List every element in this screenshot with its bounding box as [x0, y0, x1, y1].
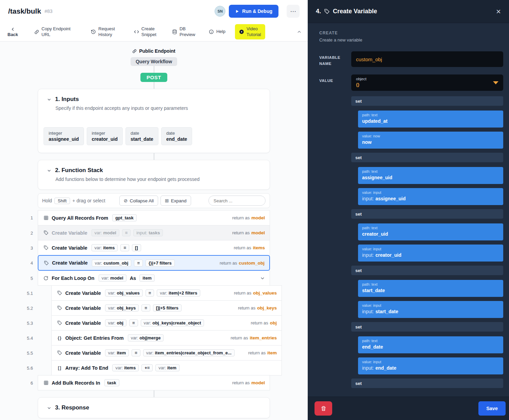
- function-row[interactable]: 5.4 { } Object: Get Entries From var:obj…: [23, 331, 270, 346]
- query-workflow-pill[interactable]: Query Workflow: [131, 57, 177, 66]
- code-snippet-icon: [134, 29, 139, 34]
- chip[interactable]: []|+5 filters: [153, 304, 182, 312]
- chip[interactable]: =: [146, 289, 154, 297]
- create-snippet-button[interactable]: CreateSnippet: [134, 26, 156, 37]
- chip[interactable]: gpt_task: [112, 214, 136, 221]
- chip[interactable]: var:custom_obj: [92, 259, 132, 267]
- chip[interactable]: var:obj_keys|create_object: [141, 319, 204, 326]
- function-row[interactable]: 3 Create Variable var:items = [] return …: [23, 240, 270, 255]
- path-block[interactable]: path: text assignee_uid: [358, 167, 503, 184]
- chip[interactable]: var:obj|merge: [128, 334, 164, 341]
- function-row[interactable]: 5.6 [ ] Array: Add To End var:items += v…: [23, 360, 270, 375]
- close-icon[interactable]: ×: [496, 7, 501, 16]
- db-preview-button[interactable]: DBPreview: [172, 26, 195, 37]
- collapse-inputs-button[interactable]: [47, 97, 51, 102]
- value-type-dropdown[interactable]: object {}: [351, 74, 503, 91]
- function-row[interactable]: 1 Query All Records From gpt_task return…: [23, 210, 270, 225]
- set-step-bar[interactable]: set: [351, 209, 503, 219]
- value-block[interactable]: value: now now: [358, 132, 503, 149]
- chip[interactable]: var:item_entries|create_object_from_e...: [143, 349, 235, 356]
- set-step-bar[interactable]: set: [351, 379, 503, 388]
- chip[interactable]: var:item|+2 filters: [157, 289, 200, 297]
- chip[interactable]: =: [129, 319, 138, 326]
- back-button[interactable]: Back: [7, 27, 18, 37]
- return-as: return asmodel: [230, 215, 265, 220]
- function-row[interactable]: 5.3 Create Variable var:obj = var:obj_ke…: [23, 316, 270, 331]
- collapse-toolbar-button[interactable]: [297, 30, 302, 34]
- chip[interactable]: =: [134, 259, 143, 267]
- row-number: 3: [23, 240, 38, 255]
- chip[interactable]: var:obj_keys: [105, 304, 139, 312]
- function-row[interactable]: 6 Add Bulk Records In task return asmode…: [23, 375, 270, 390]
- set-step-bar[interactable]: set: [351, 322, 503, 332]
- chip[interactable]: =: [122, 229, 131, 236]
- more-options-button[interactable]: ⋯: [287, 5, 300, 18]
- path-block[interactable]: path: text end_date: [358, 336, 503, 353]
- chip[interactable]: var:item: [155, 364, 179, 371]
- chip[interactable]: =: [132, 349, 140, 356]
- chip[interactable]: []: [132, 244, 141, 251]
- input-field-chip[interactable]: integer assignee_uid: [44, 127, 84, 145]
- value-block[interactable]: value: input input:assignee_uid: [358, 188, 503, 205]
- help-button[interactable]: Help: [209, 29, 225, 34]
- chip[interactable]: +=: [141, 364, 153, 371]
- input-field-chip[interactable]: integer creator_uid: [87, 127, 123, 145]
- function-stack-card: 2. Function Stack Add functions below to…: [38, 160, 270, 190]
- collapse-response-button[interactable]: [47, 406, 51, 410]
- row-number: 5.6: [23, 360, 38, 375]
- chip[interactable]: input:tasks: [133, 229, 163, 236]
- copy-endpoint-url-button[interactable]: Copy EndpointURL: [34, 26, 70, 37]
- chip[interactable]: {}|+7 filters: [146, 259, 175, 267]
- delete-button[interactable]: [315, 401, 332, 416]
- value-block[interactable]: value: input input:creator_uid: [358, 245, 503, 262]
- search-input[interactable]: [208, 196, 266, 206]
- chevron-up-icon: [297, 30, 302, 34]
- function-row[interactable]: 5 For Each Loop On var:model As item: [23, 271, 270, 286]
- collapse-all-button[interactable]: ⊘ Collapse All: [119, 196, 158, 206]
- chip[interactable]: var:items: [91, 244, 118, 251]
- row-title: Create Variable: [65, 320, 101, 326]
- avatar[interactable]: SN: [215, 6, 225, 17]
- function-row[interactable]: 5.1 Create Variable var:obj_values = var…: [23, 286, 270, 301]
- function-row-selected[interactable]: 4 Create Variable var:custom_obj = {}|+7…: [23, 255, 270, 271]
- set-step-bar[interactable]: set: [351, 153, 503, 162]
- chip[interactable]: task: [104, 379, 119, 386]
- path-block[interactable]: path: text updated_at: [358, 111, 503, 128]
- request-history-button[interactable]: RequestHistory: [91, 26, 115, 37]
- chevron-down-icon: [260, 276, 265, 281]
- function-row[interactable]: 5.2 Create Variable var:obj_keys = []|+5…: [23, 301, 270, 316]
- chip[interactable]: var:obj: [105, 319, 126, 326]
- value-block[interactable]: value: input input:start_date: [358, 301, 503, 318]
- chip[interactable]: var:item: [105, 349, 129, 356]
- chip[interactable]: var:obj_values: [105, 289, 143, 297]
- save-button[interactable]: Save: [478, 401, 506, 416]
- chip[interactable]: var:model: [99, 274, 126, 282]
- path-block[interactable]: path: text start_date: [358, 280, 503, 297]
- chip[interactable]: item: [139, 274, 155, 282]
- function-row[interactable]: 5.5 Create Variable var:item = var:item_…: [23, 346, 270, 360]
- value-block[interactable]: value: input input:end_date: [358, 357, 503, 374]
- row-title: Query All Records From: [52, 215, 108, 221]
- chip[interactable]: =: [141, 304, 150, 312]
- set-step-bar[interactable]: set: [351, 266, 503, 275]
- set-group: set path: text end_date value: input inp…: [351, 322, 503, 374]
- input-field-chip[interactable]: date start_date: [125, 127, 158, 145]
- input-field-chip[interactable]: date end_date: [161, 127, 192, 145]
- chip[interactable]: =: [120, 244, 129, 251]
- expand-button[interactable]: ⊞ Expand: [160, 196, 191, 206]
- connector-line: [154, 82, 154, 89]
- function-row[interactable]: 2 Create Variable var:model = input:task…: [23, 225, 270, 240]
- run-debug-button[interactable]: Run & Debug: [229, 5, 278, 18]
- video-tutorial-button[interactable]: VideoTutorial: [235, 24, 265, 39]
- path-block[interactable]: path: text creator_uid: [358, 223, 503, 240]
- variable-name-input[interactable]: custom_obj: [351, 51, 503, 67]
- http-method-badge[interactable]: POST: [140, 73, 167, 82]
- section-description: Create a new variable: [319, 37, 503, 43]
- caret-down-icon: [493, 81, 498, 84]
- set-step-bar[interactable]: set: [351, 96, 503, 106]
- collapse-loop-button[interactable]: [260, 276, 265, 281]
- chip[interactable]: var:model: [91, 229, 119, 236]
- collapse-stack-button[interactable]: [47, 168, 51, 173]
- chip[interactable]: var:items: [112, 364, 139, 371]
- row-number: 2: [23, 225, 38, 240]
